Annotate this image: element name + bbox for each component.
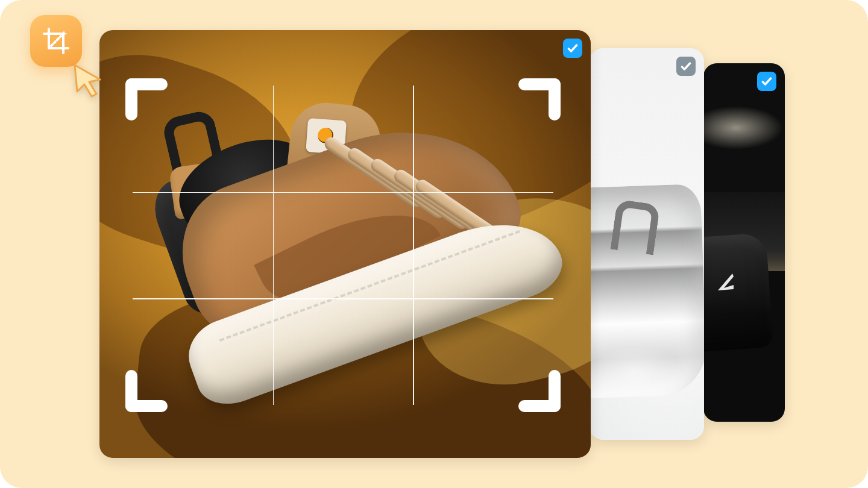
crop-sparkle-icon xyxy=(40,25,72,57)
crop-handle-bl[interactable] xyxy=(125,370,168,412)
selection-checkbox[interactable] xyxy=(757,72,776,91)
editor-canvas xyxy=(0,0,868,488)
selection-checkbox[interactable] xyxy=(676,57,696,76)
image-card-3[interactable] xyxy=(703,63,785,422)
crop-grid-line xyxy=(133,298,553,299)
check-icon xyxy=(761,75,773,87)
crop-handle-br[interactable] xyxy=(518,370,561,412)
brand-logo-icon xyxy=(715,271,736,295)
svg-line-0 xyxy=(51,36,61,46)
crop-grid-line xyxy=(133,192,553,193)
check-icon xyxy=(680,60,692,72)
crop-grid-line xyxy=(273,86,274,405)
crop-frame[interactable] xyxy=(133,86,553,405)
check-icon xyxy=(567,42,579,54)
smart-crop-tool-button[interactable] xyxy=(30,15,82,67)
pointer-cursor-icon xyxy=(70,61,108,100)
shoe-pull-tab xyxy=(611,199,661,255)
crop-handle-tr[interactable] xyxy=(518,78,561,120)
crop-handle-tl[interactable] xyxy=(125,78,168,120)
image-card-2[interactable] xyxy=(590,48,704,440)
crop-grid-line xyxy=(413,86,414,405)
selection-checkbox[interactable] xyxy=(563,39,582,58)
